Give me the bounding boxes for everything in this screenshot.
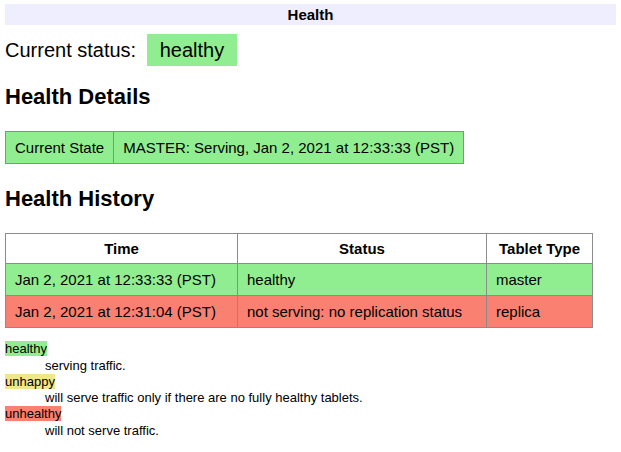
history-status-cell: healthy (238, 264, 487, 296)
legend-term-unhappy-badge: unhappy (5, 374, 55, 389)
legend-term-unhappy: unhappy (5, 374, 616, 390)
page-title: Health (288, 6, 334, 23)
page-title-bar: Health (5, 4, 616, 25)
history-tablet-type-cell: replica (487, 296, 593, 328)
legend-term-unhealthy-badge: unhealthy (5, 406, 61, 421)
current-state-value-cell: MASTER: Serving, Jan 2, 2021 at 12:33:33… (114, 132, 464, 164)
column-header-tablet-type: Tablet Type (487, 234, 593, 264)
legend-description-unhappy: will serve traffic only if there are no … (45, 390, 616, 406)
health-details-table: Current State MASTER: Serving, Jan 2, 20… (5, 131, 464, 164)
health-details-heading: Health Details (5, 85, 616, 109)
history-time-cell: Jan 2, 2021 at 12:31:04 (PST) (6, 296, 238, 328)
column-header-time: Time (6, 234, 238, 264)
legend-term-healthy: healthy (5, 341, 616, 357)
history-time-cell: Jan 2, 2021 at 12:33:33 (PST) (6, 264, 238, 296)
legend-term-healthy-badge: healthy (5, 341, 47, 356)
history-row: Jan 2, 2021 at 12:31:04 (PST) not servin… (6, 296, 593, 328)
current-state-label-cell: Current State (6, 132, 114, 164)
legend-description-unhealthy: will not serve traffic. (45, 423, 616, 439)
current-status-badge: healthy (147, 34, 238, 66)
health-legend: healthy serving traffic. unhappy will se… (5, 341, 616, 439)
current-state-row: Current State MASTER: Serving, Jan 2, 20… (6, 132, 464, 164)
health-history-heading: Health History (5, 187, 616, 211)
health-history-table: Time Status Tablet Type Jan 2, 2021 at 1… (5, 233, 593, 328)
current-status-label: Current status: (5, 39, 136, 61)
legend-term-unhealthy: unhealthy (5, 406, 616, 422)
column-header-status: Status (238, 234, 487, 264)
history-header-row: Time Status Tablet Type (6, 234, 593, 264)
history-tablet-type-cell: master (487, 264, 593, 296)
history-row: Jan 2, 2021 at 12:33:33 (PST) healthy ma… (6, 264, 593, 296)
current-status-line: Current status: healthy (5, 39, 616, 62)
history-status-cell: not serving: no replication status (238, 296, 487, 328)
legend-description-healthy: serving traffic. (45, 358, 616, 374)
